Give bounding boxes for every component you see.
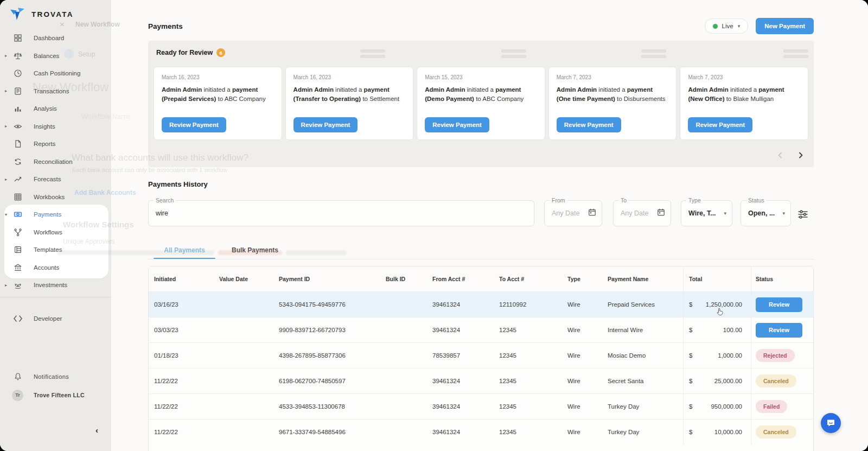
search-input[interactable]: Search wire [148, 200, 534, 226]
ready-for-review-section: Ready for Review 6 March 16, 2023 Admin … [148, 41, 814, 167]
review-button[interactable]: Review [756, 297, 802, 312]
column-header-value-date: Value Date [214, 276, 273, 282]
chat-widget-button[interactable] [821, 413, 841, 433]
sidebar-item-dashboard[interactable]: Dashboard [0, 29, 111, 47]
cell-total: $ 10,000.00 [683, 420, 751, 444]
table-row[interactable]: 03/03/23 9909-839712-66720793 39461324 1… [149, 317, 813, 342]
review-payment-button[interactable]: Review Payment [688, 117, 752, 132]
trovata-logo-icon [10, 7, 25, 22]
table-row[interactable]: 11/22/22 6198-062700-74850597 39461324 1… [149, 368, 813, 393]
review-payment-button[interactable]: Review Payment [293, 117, 358, 132]
review-payment-card: March 16, 2023 Admin Admin initiated a p… [154, 67, 282, 140]
pager-next-icon[interactable] [795, 150, 806, 161]
status-filter-select[interactable]: Status Open, ... ▾ [741, 200, 791, 226]
sidebar-item-label: Workbooks [34, 194, 65, 200]
sidebar-item-reports[interactable]: Reports [0, 135, 111, 153]
cell-to-acct: 12345 [494, 378, 562, 384]
sidebar-item-payments[interactable]: ▾ Payments [0, 206, 111, 224]
forecasts-icon [13, 174, 23, 184]
sidebar-collapse-icon[interactable]: ‹ [91, 423, 103, 437]
cell-payment-name: Internal Wire [602, 327, 683, 333]
expand-caret-icon[interactable]: ▸ [3, 124, 9, 129]
developer-icon [13, 314, 23, 323]
from-date-field[interactable]: From Any Date [544, 200, 602, 226]
workflows-icon [13, 227, 23, 237]
sidebar-item-transactions[interactable]: ▸ Transactions [0, 82, 111, 100]
sidebar-item-organization[interactable]: Tr Trove Fifteen LLC [0, 386, 111, 404]
expand-caret-icon[interactable]: ▸ [3, 283, 9, 288]
sidebar-item-label: Templates [34, 246, 62, 253]
sidebar-item-forecasts[interactable]: ▸ Forecasts [0, 170, 111, 188]
status-badge: Failed [756, 400, 787, 413]
expand-caret-icon[interactable]: ▸ [3, 88, 9, 93]
sidebar-item-workflows[interactable]: Workflows [0, 224, 111, 242]
sidebar-item-developer[interactable]: Developer [0, 310, 111, 328]
sidebar-item-cash-positioning[interactable]: Cash Positioning [0, 65, 111, 82]
review-payment-button[interactable]: Review Payment [557, 117, 621, 132]
column-header-from-acct-: From Acct # [427, 276, 494, 282]
table-row[interactable]: 11/22/22 4533-394853-11300678 39461324 1… [149, 393, 813, 419]
cell-initiated: 03/03/23 [149, 327, 214, 333]
review-button[interactable]: Review [756, 323, 802, 338]
table-header-row: InitiatedValue DatePayment IDBulk IDFrom… [149, 266, 813, 291]
pager-prev-icon[interactable] [775, 150, 786, 161]
review-payment-card: March 15, 2023 Admin Admin initiated a p… [417, 67, 545, 140]
expand-caret-icon[interactable]: ▸ [3, 177, 9, 182]
advanced-filters-icon[interactable] [797, 208, 809, 220]
review-payment-button[interactable]: Review Payment [162, 117, 226, 132]
cell-payment-id: 5343-094175-49459776 [273, 301, 380, 308]
sidebar-item-balances[interactable]: ▸ Balances [0, 47, 111, 65]
sidebar-item-label: Dashboard [34, 35, 64, 41]
sidebar-item-label: Developer [34, 315, 62, 322]
status-badge: Rejected [756, 349, 795, 362]
status-badge: Canceled [756, 425, 796, 439]
sidebar-footer: Notifications Tr Trove Fifteen LLC [0, 367, 111, 404]
environment-dropdown[interactable]: Live ▾ [705, 18, 749, 34]
search-value: wire [156, 201, 168, 226]
cell-payment-name: Prepaid Services [602, 301, 683, 308]
sidebar-item-investments[interactable]: ▸ Investments [0, 276, 111, 294]
total-amount: 950,000.00 [711, 403, 742, 410]
tab-all-payments[interactable]: All Payments [154, 241, 215, 259]
sidebar-item-label: Forecasts [34, 176, 61, 182]
expand-caret-icon[interactable]: ▾ [3, 212, 9, 217]
cell-payment-id: 4533-394853-11300678 [273, 403, 380, 410]
ready-for-review-header: Ready for Review 6 [156, 48, 225, 57]
sidebar-item-workbooks[interactable]: Workbooks [0, 188, 111, 206]
total-amount: 10,000.00 [714, 429, 742, 435]
sidebar-item-insights[interactable]: ▸ Insights [0, 118, 111, 136]
sidebar-item-reconciliation[interactable]: Reconciliation [0, 153, 111, 171]
tab-bulk-payments[interactable]: Bulk Payments [225, 241, 285, 259]
ready-for-review-title: Ready for Review [156, 49, 213, 56]
sidebar-item-templates[interactable]: Templates [0, 241, 111, 259]
header-actions: Live ▾ New Payment [705, 18, 814, 34]
column-header-status: Status [751, 266, 813, 291]
cell-initiated: 11/22/22 [149, 429, 214, 435]
bell-icon [13, 372, 23, 382]
type-filter-select[interactable]: Type Wire, T... ▾ [681, 200, 732, 226]
new-payment-button[interactable]: New Payment [756, 18, 814, 34]
chevron-down-icon: ▾ [724, 211, 726, 216]
expand-caret-icon[interactable]: ▸ [3, 53, 9, 58]
table-body: 03/16/23 5343-094175-49459776 39461324 1… [149, 291, 813, 444]
review-payment-button[interactable]: Review Payment [425, 117, 489, 132]
cell-type: Wire [562, 403, 602, 410]
sidebar-item-accounts[interactable]: Accounts [0, 259, 111, 277]
table-row[interactable]: 11/22/22 9671-333749-54885496 39461324 1… [149, 419, 813, 444]
cell-total: $ 1,000.00 [683, 343, 751, 368]
transactions-icon [13, 86, 23, 96]
sidebar-item-analysis[interactable]: Analysis [0, 100, 111, 118]
sidebar-item-label: Insights [34, 123, 55, 130]
table-row[interactable]: 01/18/23 4398-267895-85877306 78539857 1… [149, 342, 813, 368]
cell-payment-id: 4398-267895-85877306 [273, 352, 380, 359]
table-row[interactable]: 03/16/23 5343-094175-49459776 39461324 1… [149, 291, 813, 317]
to-date-field[interactable]: To Any Date [613, 200, 671, 226]
environment-label: Live [722, 23, 733, 29]
sidebar: TROVATA Dashboard ▸ Balances Cash Positi… [0, 0, 111, 451]
reconciliation-icon [13, 157, 23, 167]
cell-payment-name: Secret Santa [602, 378, 683, 384]
mouse-cursor-icon [716, 308, 724, 318]
sidebar-item-notifications[interactable]: Notifications [0, 367, 111, 386]
cell-from-acct: 39461324 [427, 327, 494, 333]
card-date: March 7, 2023 [688, 74, 800, 80]
